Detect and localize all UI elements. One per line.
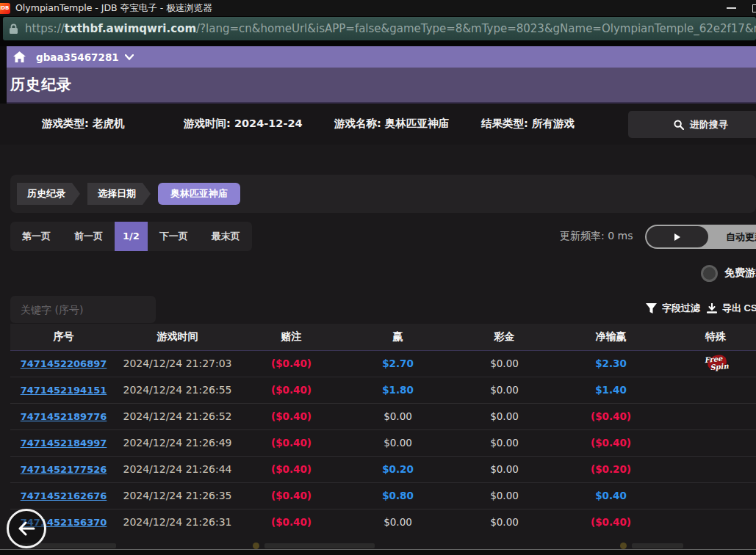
toggle-knob[interactable] xyxy=(647,226,708,247)
main-content: 游戏类型: 老虎机 游戏时间: 2024-12-24 游戏名称: 奥林匹亚神庙 … xyxy=(0,104,756,549)
jackpot-cell: $0.00 xyxy=(451,456,558,482)
round-id-link[interactable]: 7471452184997 xyxy=(21,438,107,449)
game-time-cell: 2024/12/24 21:26:44 xyxy=(117,456,238,482)
play-icon xyxy=(674,233,680,241)
round-id-link[interactable]: 7471452194151 xyxy=(21,385,107,396)
export-csv-button[interactable]: 导出 CSV xyxy=(707,302,756,315)
serial-cell: 7471452184997 xyxy=(10,429,117,456)
bet-cell: ($0.40) xyxy=(238,456,345,482)
serial-cell: 7471452189776 xyxy=(10,403,117,429)
jackpot-cell: $0.00 xyxy=(451,377,558,403)
serial-cell: 7471452206897 xyxy=(10,350,117,377)
filter-game-name[interactable]: 游戏名称: 奥林匹亚神庙 xyxy=(334,117,449,131)
win-cell: $0.20 xyxy=(345,456,451,482)
field-filter-button[interactable]: 字段过滤 xyxy=(646,302,700,315)
pager-button-1[interactable]: 前一页 xyxy=(62,222,115,251)
page-title-bar: 历史纪录 xyxy=(7,68,756,104)
refresh-rate-label: 更新频率: 0 ms xyxy=(560,230,633,243)
history-table: 序号游戏时间赌注赢彩金净输赢特殊 74714522068972024/12/24… xyxy=(10,324,756,535)
net-win-cell: ($0.40) xyxy=(558,429,664,456)
refresh-rate-value: 0 ms xyxy=(608,230,633,242)
serial-cell: 7471452177526 xyxy=(10,456,117,482)
net-win-cell: ($0.40) xyxy=(558,509,664,535)
search-icon xyxy=(674,120,684,130)
filter-game-type[interactable]: 游戏类型: 老虎机 xyxy=(42,117,124,131)
jdb-logo-icon: JDB xyxy=(0,3,10,14)
auto-update-toggle[interactable]: 自动更新 xyxy=(645,225,756,249)
jackpot-cell: $0.00 xyxy=(451,509,558,535)
win-cell: $0.00 xyxy=(345,509,451,535)
special-cell xyxy=(664,377,756,403)
table-row: 74714521563702024/12/24 21:26:31($0.40)$… xyxy=(10,509,756,535)
jackpot-cell: $0.00 xyxy=(451,350,558,377)
game-time-cell: 2024/12/24 21:27:03 xyxy=(117,350,238,377)
win-cell: $1.80 xyxy=(345,377,451,403)
table-row: 74714522068972024/12/24 21:27:03($0.40)$… xyxy=(10,350,756,377)
maximize-button-icon[interactable] xyxy=(752,4,756,12)
lock-icon xyxy=(9,23,18,35)
table-row: 74714521626762024/12/24 21:26:35($0.40)$… xyxy=(10,482,756,509)
bet-cell: ($0.40) xyxy=(238,403,345,429)
free-game-radio[interactable] xyxy=(701,265,718,282)
pager-button-4[interactable]: 最末页 xyxy=(200,222,252,251)
download-icon xyxy=(707,303,717,314)
round-id-link[interactable]: 7471452206897 xyxy=(21,358,107,369)
account-name[interactable]: gbaa35467281 xyxy=(36,51,119,63)
net-win-cell: $0.40 xyxy=(558,482,664,509)
filter-game-time[interactable]: 游戏时间: 2024-12-24 xyxy=(184,117,303,131)
game-time-cell: 2024/12/24 21:26:49 xyxy=(117,429,238,456)
page-title: 历史纪录 xyxy=(10,75,72,95)
serial-cell: 7471452162676 xyxy=(10,482,117,509)
table-toolbar: 字段过滤 导出 CSV xyxy=(0,296,756,324)
breadcrumb-item-0[interactable]: 历史纪录 xyxy=(17,183,80,205)
net-win-cell: $2.30 xyxy=(558,350,664,377)
browser-window: JDB OlympianTemple - JDB 夺宝电子 - 极速浏览器 ht… xyxy=(0,0,756,555)
table-body: 74714522068972024/12/24 21:27:03($0.40)$… xyxy=(10,350,756,535)
free-game-row: 免费游戏 xyxy=(0,264,756,286)
free-game-label: 免费游戏 xyxy=(724,266,756,280)
table-row: 74714521849972024/12/24 21:26:49($0.40)$… xyxy=(10,429,756,456)
table-row: 74714521941512024/12/24 21:26:55($0.40)$… xyxy=(10,377,756,403)
chevron-down-icon[interactable] xyxy=(125,54,134,60)
round-id-link[interactable]: 7471452162676 xyxy=(21,490,107,501)
window-title: OlympianTemple - JDB 夺宝电子 - 极速浏览器 xyxy=(15,2,212,15)
column-header-2: 赌注 xyxy=(238,324,345,350)
bet-cell: ($0.40) xyxy=(238,429,345,456)
breadcrumb-item-2[interactable]: 奥林匹亚神庙 xyxy=(158,183,240,205)
special-cell: FreeSpin xyxy=(664,350,756,377)
game-time-cell: 2024/12/24 21:26:35 xyxy=(117,482,238,509)
bet-cell: ($0.40) xyxy=(238,482,345,509)
filter-result-type[interactable]: 结果类型: 所有游戏 xyxy=(481,117,575,131)
special-cell xyxy=(664,482,756,509)
url-text: https://txthbf.awimqwri.com/?lang=cn&hom… xyxy=(25,22,756,35)
top-nav-bar: gbaa35467281 xyxy=(7,46,756,68)
page-indicator[interactable]: 1/2 xyxy=(115,222,148,251)
table-row: 74714521897762024/12/24 21:26:52($0.40)$… xyxy=(10,403,756,429)
net-win-cell: ($0.20) xyxy=(558,456,664,482)
advanced-search-button[interactable]: 进阶搜寻 xyxy=(628,111,756,138)
partial-next-row xyxy=(0,542,756,549)
pagination-row: 第一页前一页1/2下一页最末页 更新频率: 0 ms 自动更新 xyxy=(10,222,756,251)
round-id-link[interactable]: 7471452177526 xyxy=(21,464,107,475)
browser-toolbar: https://txthbf.awimqwri.com/?lang=cn&hom… xyxy=(0,16,756,42)
home-icon[interactable] xyxy=(13,51,26,62)
column-header-1: 游戏时间 xyxy=(117,324,238,350)
win-cell: $2.70 xyxy=(345,350,451,377)
address-bar[interactable]: https://txthbf.awimqwri.com/?lang=cn&hom… xyxy=(3,17,756,40)
minimize-button-icon[interactable] xyxy=(727,7,736,9)
keyword-search-input[interactable] xyxy=(10,296,156,323)
breadcrumb-item-1[interactable]: 选择日期 xyxy=(87,183,151,205)
column-header-4: 彩金 xyxy=(451,324,558,350)
back-button[interactable] xyxy=(7,509,46,548)
jackpot-cell: $0.00 xyxy=(451,403,558,429)
game-time-cell: 2024/12/24 21:26:31 xyxy=(117,509,238,535)
pager-button-0[interactable]: 第一页 xyxy=(10,222,62,251)
pager-button-3[interactable]: 下一页 xyxy=(148,222,200,251)
special-cell xyxy=(664,403,756,429)
bet-cell: ($0.40) xyxy=(238,377,345,403)
round-id-link[interactable]: 7471452189776 xyxy=(21,411,107,422)
game-time-cell: 2024/12/24 21:26:52 xyxy=(117,403,238,429)
special-cell xyxy=(664,429,756,456)
bet-cell: ($0.40) xyxy=(238,509,345,535)
funnel-icon xyxy=(646,303,657,313)
